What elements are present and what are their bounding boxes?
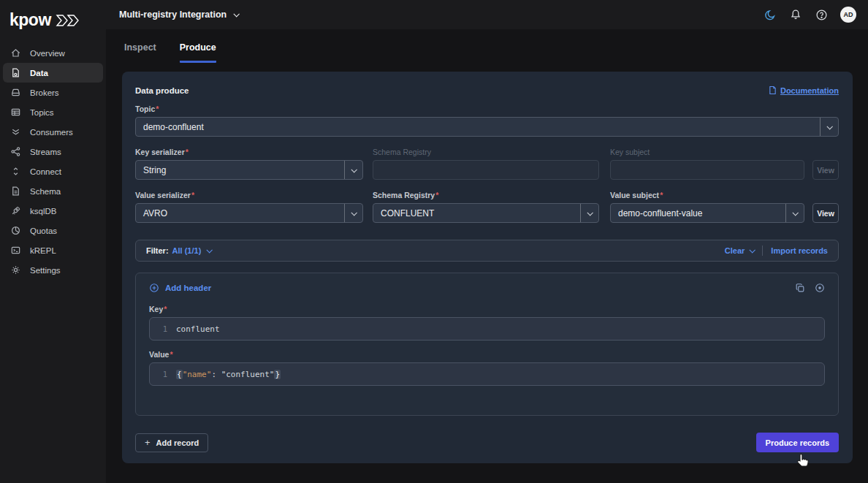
value-serializer-select[interactable]: AVRO [135,203,363,223]
notifications-bell-icon[interactable] [789,8,802,21]
key-serializer-select[interactable]: String [135,160,363,180]
sidebar-item-consumers[interactable]: Consumers [3,122,103,142]
tab-bar: Inspect Produce [106,29,868,63]
filter-value: All (1/1) [172,246,202,255]
value-config-row: Value serializer* AVRO Schema Registry* … [135,191,839,223]
plus-icon: + [145,437,151,448]
environment-name: Multi-registry Integration [119,9,226,20]
required-asterisk: * [164,305,167,313]
sidebar-item-krepl[interactable]: kREPL [3,240,103,260]
sidebar-item-label: Overview [30,49,65,58]
produce-records-button[interactable]: Produce records [756,433,839,452]
pie-chart-icon [10,225,21,236]
environment-selector[interactable]: Multi-registry Integration [119,9,238,20]
record-header: Add header [149,283,825,293]
sidebar-item-label: Connect [30,167,61,176]
required-asterisk: * [660,191,663,199]
divider [762,246,763,256]
sidebar-item-schema[interactable]: Schema [3,181,103,201]
filter-label: Filter: [146,246,169,255]
clear-button[interactable]: Clear [725,246,755,255]
sidebar-item-label: Quotas [30,227,57,235]
sidebar: kpow Overview Data Brokers Topics Consum… [0,0,106,483]
help-icon[interactable] [815,8,828,21]
record-card: Add header Key* 1 confluent Value* 1 [135,273,839,416]
data-file-icon [10,67,21,78]
record-key-content: confluent [176,324,220,334]
chevron-down-icon [344,161,362,179]
document-icon [769,85,777,95]
card-title: Data produce [135,86,189,95]
dark-mode-moon-icon[interactable] [764,8,777,21]
record-value-editor[interactable]: 1 {"name": "confluent"} [149,362,825,386]
key-subject-field: Key subject [610,148,804,180]
topic-value: demo-confluent [143,122,204,132]
line-number: 1 [150,370,176,379]
key-subject-label: Key subject [610,148,804,156]
record-key-editor[interactable]: 1 confluent [149,317,825,341]
sidebar-item-label: Settings [30,266,61,275]
key-serializer-label: Key serializer* [135,148,363,156]
sidebar-item-data[interactable]: Data [3,63,103,83]
form-footer: + Add record Produce records [135,433,839,452]
sort-arrows-icon [10,166,21,177]
key-subject-input[interactable] [610,160,804,180]
filter-actions: Clear Import records [725,246,828,256]
add-header-link[interactable]: Add header [149,283,211,293]
documentation-link[interactable]: Documentation [769,85,839,95]
sidebar-item-label: Brokers [30,88,59,97]
main-content: Inspect Produce Data produce Documentati… [106,29,868,483]
topic-field: Topic* demo-confluent [135,104,839,137]
sidebar-item-overview[interactable]: Overview [3,43,103,63]
tab-produce[interactable]: Produce [180,42,216,63]
record-value-content: {"name": "confluent"} [176,370,281,379]
add-record-button[interactable]: + Add record [135,433,208,452]
key-schema-registry-input[interactable] [373,160,599,180]
tab-inspect[interactable]: Inspect [124,42,156,63]
card-header: Data produce Documentation [135,85,839,95]
sidebar-item-topics[interactable]: Topics [3,102,103,122]
circle-dot-icon[interactable] [815,283,825,293]
required-asterisk: * [186,148,189,156]
record-value-label: Value* [149,350,825,359]
chevron-down-icon [750,247,755,253]
key-serializer-field: Key serializer* String [135,148,363,180]
avatar[interactable]: AD [840,7,856,23]
required-asterisk: * [191,191,194,199]
sidebar-item-label: Consumers [30,128,73,137]
sidebar-item-settings[interactable]: Settings [3,260,103,280]
broker-icon [10,87,21,98]
value-serializer-label: Value serializer* [135,191,363,199]
documentation-label: Documentation [780,86,839,95]
separator-token: : [211,370,221,379]
value-subject-select[interactable]: demo-confluent-value [610,203,804,223]
sidebar-item-connect[interactable]: Connect [3,161,103,181]
chevron-down-icon [344,204,362,222]
key-config-row: Key serializer* String Schema Registry K… [135,148,839,180]
filter-bar: Filter: All (1/1) Clear Import records [135,240,839,262]
value-subject-field: Value subject* demo-confluent-value [610,191,804,223]
logo[interactable]: kpow [0,0,106,40]
sidebar-item-label: Schema [30,187,61,196]
import-records-button[interactable]: Import records [771,246,828,255]
value-view-button[interactable]: View [812,203,839,223]
filter-dropdown[interactable]: All (1/1) [172,246,212,255]
schema-file-icon [10,186,21,197]
sidebar-item-ksqldb[interactable]: ksqlDB [3,201,103,221]
sidebar-item-label: ksqlDB [30,207,56,216]
key-schema-registry-field: Schema Registry [373,148,599,180]
data-produce-card: Data produce Documentation Topic* demo-c… [122,72,853,463]
sidebar-item-label: kREPL [30,246,56,255]
copy-record-icon[interactable] [795,283,805,293]
sidebar-item-quotas[interactable]: Quotas [3,221,103,240]
table-icon [10,107,21,118]
topic-select[interactable]: demo-confluent [135,117,839,137]
value-schema-registry-select[interactable]: CONFLUENT [373,203,599,223]
required-asterisk: * [435,191,438,199]
logo-text: kpow [9,10,51,30]
sidebar-item-streams[interactable]: Streams [3,142,103,161]
rocket-icon [10,205,21,216]
key-view-button[interactable]: View [812,160,839,180]
open-brace-token: { [176,370,183,379]
sidebar-item-brokers[interactable]: Brokers [3,83,103,102]
